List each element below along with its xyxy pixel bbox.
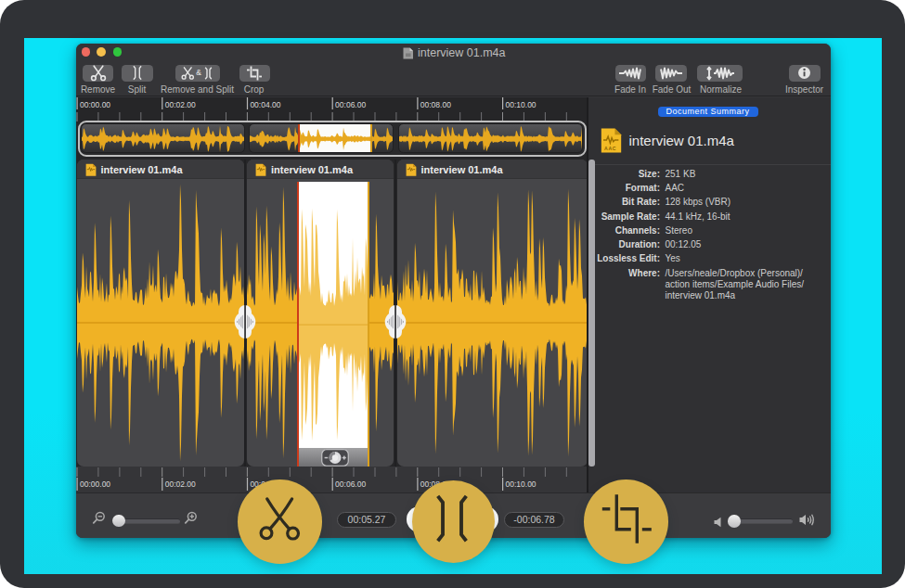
svg-text:AAC: AAC — [604, 146, 616, 151]
